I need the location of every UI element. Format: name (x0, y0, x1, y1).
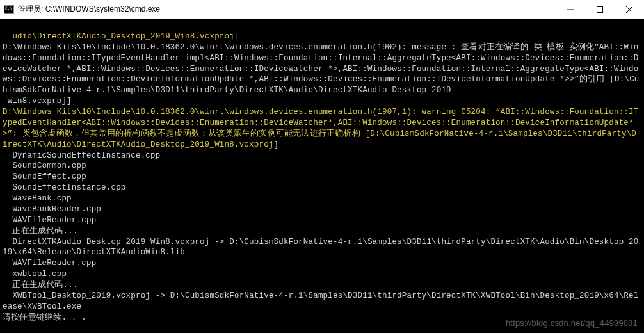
window-title: 管理员: C:\WINDOWS\system32\cmd.exe (18, 4, 160, 15)
terminal-line: _Win8.vcxproj] (3, 97, 72, 106)
terminal-line: SoundEffect.cpp (3, 172, 86, 181)
minimize-button[interactable] (556, 0, 585, 19)
terminal-line: WaveBankReader.cpp (3, 205, 101, 214)
terminal-line: SoundCommon.cpp (3, 161, 86, 170)
terminal-line: DynamicSoundEffectInstance.cpp (3, 151, 160, 160)
terminal-line: SoundEffectInstance.cpp (3, 183, 126, 192)
minimize-icon (567, 6, 574, 13)
terminal-line: WaveBank.cpp (3, 194, 72, 203)
terminal-output[interactable]: udio\DirectXTKAudio_Desktop_2019_Win8.vc… (0, 19, 644, 333)
terminal-line: 请按任意键继续. . . (3, 313, 86, 322)
terminal-line: WAVFileReader.cpp (3, 216, 96, 225)
terminal-line: dows::Foundation::ITypedEventHandler_imp… (3, 54, 640, 95)
close-button[interactable] (615, 0, 644, 19)
window-titlebar: 管理员: C:\WINDOWS\system32\cmd.exe (0, 0, 644, 19)
watermark-text: https://blog.csdn.net/qq_44989881 (506, 318, 638, 329)
close-icon (626, 6, 632, 13)
terminal-line: udio\DirectXTKAudio_Desktop_2019_Win8.vc… (12, 32, 239, 41)
titlebar-left: 管理员: C:\WINDOWS\system32\cmd.exe (0, 4, 160, 15)
terminal-line: 正在生成代码... (3, 227, 78, 236)
cmd-icon (4, 5, 14, 14)
terminal-line: XWBTool_Desktop_2019.vcxproj -> D:\Cubis… (3, 291, 638, 311)
terminal-line: irectXTK\Audio\DirectXTKAudio_Desktop_20… (3, 140, 278, 149)
terminal-line: WAVFileReader.cpp (3, 259, 96, 268)
terminal-line: xwbtool.cpp (3, 270, 67, 279)
terminal-line: DirectXTKAudio_Desktop_2019_Win8.vcxproj… (3, 238, 638, 257)
maximize-button[interactable] (585, 0, 615, 19)
svg-rect-1 (597, 6, 603, 12)
terminal-line: D:\Windows Kits\10\Include\10.0.18362.0\… (3, 43, 638, 52)
maximize-icon (597, 6, 603, 13)
terminal-line: D:\Windows Kits\10\Include\10.0.18362.0\… (3, 108, 638, 138)
terminal-line: 正在生成代码... (3, 280, 78, 289)
window-controls (556, 0, 644, 19)
